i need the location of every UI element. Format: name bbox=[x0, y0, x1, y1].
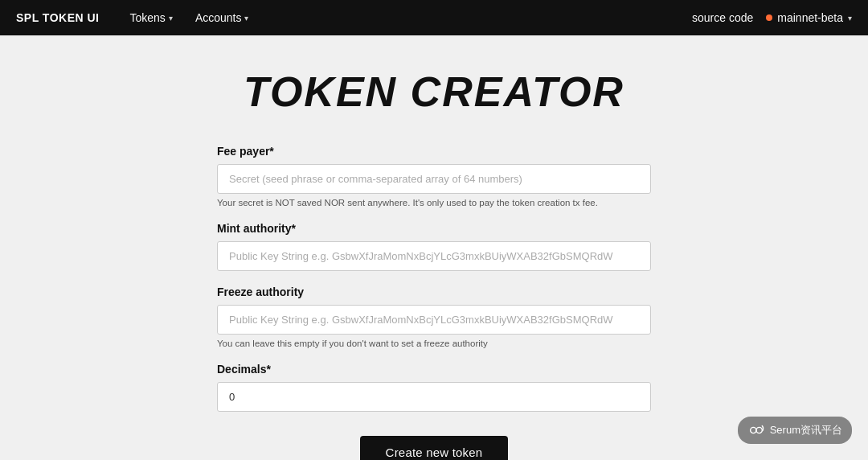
create-token-button[interactable]: Create new token bbox=[360, 436, 509, 460]
freeze-authority-hint: You can leave this empty if you don't wa… bbox=[217, 339, 651, 348]
freeze-authority-group: Freeze authority You can leave this empt… bbox=[217, 285, 651, 348]
decimals-input[interactable] bbox=[217, 382, 651, 412]
accounts-menu[interactable]: Accounts ▾ bbox=[184, 0, 260, 35]
mint-authority-label: Mint authority* bbox=[217, 222, 651, 235]
nav-right: source code mainnet-beta ▾ bbox=[692, 11, 852, 24]
fee-payer-label: Fee payer* bbox=[217, 145, 651, 158]
page-title: TOKEN CREATOR bbox=[244, 68, 624, 116]
mint-authority-group: Mint authority* bbox=[217, 222, 651, 271]
network-chevron-icon: ▾ bbox=[848, 14, 852, 23]
accounts-label: Accounts bbox=[195, 11, 242, 24]
freeze-authority-label: Freeze authority bbox=[217, 285, 651, 298]
fee-payer-group: Fee payer* Your secret is NOT saved NOR … bbox=[217, 145, 651, 207]
freeze-authority-input[interactable] bbox=[217, 305, 651, 335]
decimals-label: Decimals* bbox=[217, 363, 651, 376]
decimals-group: Decimals* bbox=[217, 363, 651, 412]
fee-payer-input[interactable] bbox=[217, 164, 651, 194]
source-code-link[interactable]: source code bbox=[692, 11, 753, 24]
navbar: SPL TOKEN UI Tokens ▾ Accounts ▾ source … bbox=[0, 0, 868, 35]
network-selector[interactable]: mainnet-beta ▾ bbox=[766, 11, 852, 24]
tokens-menu[interactable]: Tokens ▾ bbox=[119, 0, 184, 35]
network-status-icon bbox=[766, 14, 772, 21]
accounts-chevron-icon: ▾ bbox=[244, 14, 248, 23]
tokens-chevron-icon: ▾ bbox=[169, 14, 173, 23]
network-label: mainnet-beta bbox=[777, 11, 843, 24]
token-creator-form: Fee payer* Your secret is NOT saved NOR … bbox=[217, 145, 651, 460]
fee-payer-hint: Your secret is NOT saved NOR sent anywhe… bbox=[217, 198, 651, 207]
mint-authority-input[interactable] bbox=[217, 241, 651, 271]
brand-label: SPL TOKEN UI bbox=[16, 11, 100, 24]
tokens-label: Tokens bbox=[130, 11, 166, 24]
main-content: TOKEN CREATOR Fee payer* Your secret is … bbox=[0, 35, 868, 460]
